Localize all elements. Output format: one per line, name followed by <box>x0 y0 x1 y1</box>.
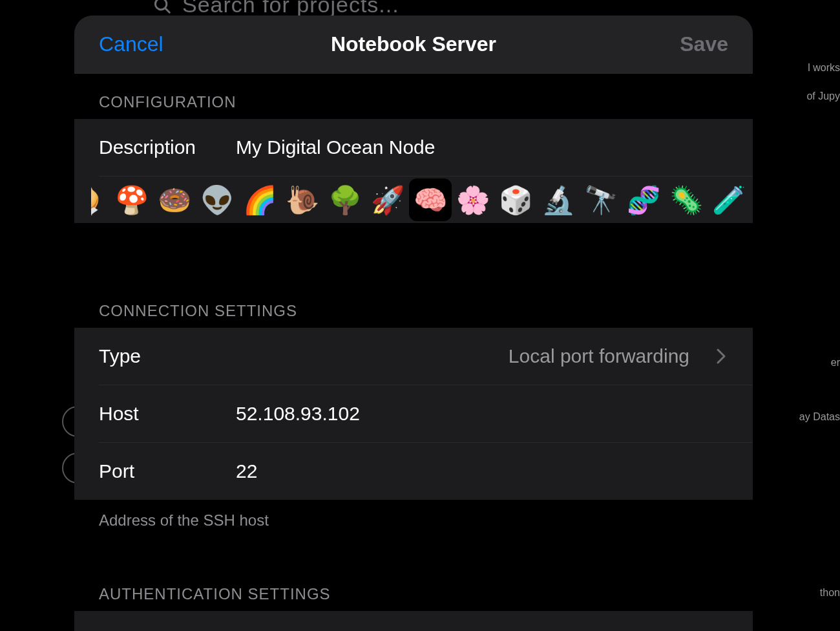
bg-text-fragment: er <box>831 357 840 369</box>
icon-option[interactable]: 🍄 <box>110 178 153 221</box>
bg-rail <box>0 103 81 317</box>
section-gap <box>74 529 753 566</box>
icon-option[interactable]: 🦠 <box>665 178 708 221</box>
section-header-authentication: AUTHENTICATION SETTINGS <box>74 566 753 611</box>
connection-type-row[interactable]: Type Local port forwarding <box>74 328 753 385</box>
port-input[interactable] <box>236 460 728 482</box>
icon-option[interactable]: 🔬 <box>537 178 580 221</box>
icon-option[interactable]: 👽 <box>196 178 238 221</box>
bg-text-fragment: thon <box>820 587 840 599</box>
icon-option[interactable]: 🥠 <box>91 178 110 221</box>
icon-option[interactable]: 🧪 <box>708 178 750 221</box>
bg-text-fragment: of Jupy <box>806 91 840 102</box>
bg-text-fragment: l works <box>808 62 840 74</box>
port-label: Port <box>99 460 220 482</box>
authentication-group: Type Private key <box>74 611 753 631</box>
bg-rail <box>0 504 81 550</box>
icon-option[interactable]: 🌸 <box>452 178 494 221</box>
connection-type-label: Type <box>99 345 220 367</box>
icon-option[interactable]: 🌳 <box>324 178 366 221</box>
icon-option[interactable]: 🧬 <box>622 178 665 221</box>
notebook-server-sheet: Cancel Notebook Server Save CONFIGURATIO… <box>74 16 753 631</box>
description-row[interactable]: Description <box>74 119 753 176</box>
connection-footnote: Address of the SSH host <box>74 500 753 529</box>
icon-picker[interactable]: 🥠🍄🍩👽🌈🐌🌳🚀🧠🌸🎲🔬🔭🧬🦠🧪 <box>74 176 753 223</box>
host-input[interactable] <box>236 403 728 425</box>
icon-option[interactable]: 🎲 <box>494 178 537 221</box>
host-label: Host <box>99 403 220 425</box>
icon-option[interactable]: 🚀 <box>366 178 409 221</box>
connection-type-value: Local port forwarding <box>236 345 689 367</box>
chevron-right-icon <box>717 347 728 366</box>
auth-type-row[interactable]: Type Private key <box>74 611 753 631</box>
icon-option[interactable]: 🧠 <box>409 178 452 221</box>
bg-rail <box>0 582 81 627</box>
sheet-body: CONFIGURATION Description 🥠🍄🍩👽🌈🐌🌳🚀🧠🌸🎲🔬🔭🧬… <box>74 74 753 631</box>
svg-line-1 <box>165 8 169 12</box>
search-placeholder: Search for projects... <box>182 0 399 17</box>
description-input[interactable] <box>236 136 728 158</box>
section-gap <box>74 223 753 283</box>
host-row[interactable]: Host <box>74 385 753 442</box>
icon-option[interactable]: 🔭 <box>580 178 622 221</box>
sheet-header: Cancel Notebook Server Save <box>74 16 753 74</box>
port-row[interactable]: Port <box>74 443 753 500</box>
sheet-title: Notebook Server <box>331 32 496 56</box>
icon-option[interactable]: 🐌 <box>281 178 324 221</box>
bg-rail <box>0 349 81 394</box>
icon-option[interactable]: 🍩 <box>153 178 196 221</box>
auth-type-value: Private key <box>236 628 689 631</box>
auth-type-label: Type <box>99 628 220 631</box>
search-row: Search for projects... <box>151 0 399 17</box>
cancel-button[interactable]: Cancel <box>99 32 163 56</box>
icon-option[interactable]: 🌈 <box>238 178 281 221</box>
section-header-configuration: CONFIGURATION <box>74 74 753 119</box>
save-button[interactable]: Save <box>680 32 728 56</box>
bg-text-fragment: ay Datas <box>799 411 840 423</box>
configuration-group: Description 🥠🍄🍩👽🌈🐌🌳🚀🧠🌸🎲🔬🔭🧬🦠🧪 <box>74 119 753 223</box>
connection-group: Type Local port forwarding Host Port <box>74 328 753 500</box>
section-header-connection: CONNECTION SETTINGS <box>74 283 753 328</box>
search-icon <box>151 0 173 16</box>
description-label: Description <box>99 136 220 158</box>
